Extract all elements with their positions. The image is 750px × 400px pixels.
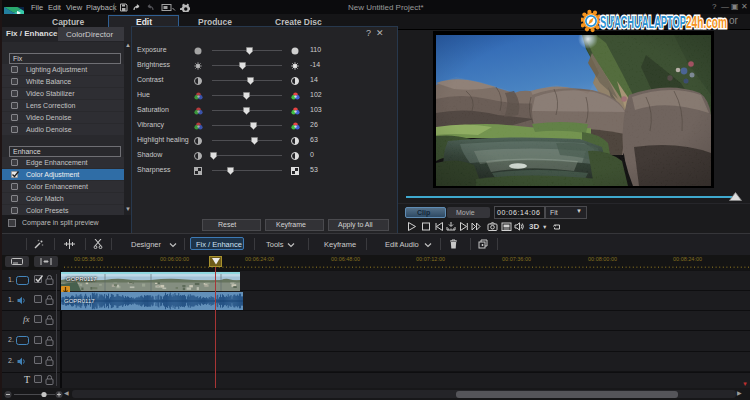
- svg-text:24h.com: 24h.com: [686, 13, 727, 32]
- svg-text:SƯACHƯALAPTOP: SƯACHƯALAPTOP: [600, 13, 686, 32]
